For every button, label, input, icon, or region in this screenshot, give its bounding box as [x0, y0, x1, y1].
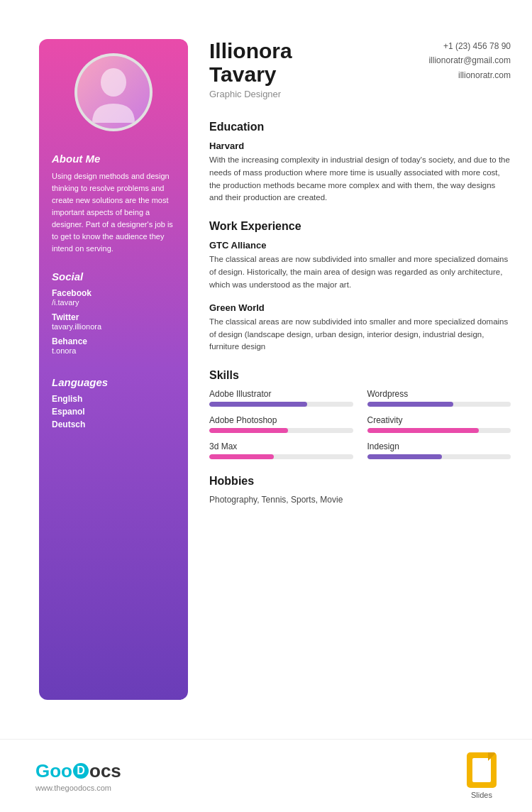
skill-wordpress-bar-bg [367, 402, 511, 407]
work-experience-section: Work Experience GTC Alliance The classic… [209, 220, 511, 353]
skill-3dmax: 3d Max [209, 441, 353, 459]
name-block: Illionora Tavary Graphic Designer [209, 39, 292, 99]
skills-grid: Adobe Illustrator Wordpress Adobe Photos… [209, 389, 511, 459]
social-twitter: Twitter tavary.illionora [52, 312, 175, 331]
behance-label: Behance [52, 336, 175, 346]
social-section: Social Facebook /i.tavary Twitter tavary… [52, 270, 175, 361]
skill-creativity-bar-bg [367, 428, 511, 433]
skill-photoshop-label: Adobe Photoshop [209, 415, 353, 425]
main-content: Illionora Tavary Graphic Designer +1 (23… [209, 39, 511, 700]
education-title: Education [209, 121, 511, 133]
social-facebook: Facebook /i.tavary [52, 288, 175, 307]
hobbies-text: Photography, Tennis, Sports, Movie [209, 495, 511, 505]
avatar-image [77, 56, 150, 128]
full-name: Illionora Tavary [209, 39, 292, 86]
footer: GooDocs www.thegoodocs.com Slides [0, 739, 532, 812]
gtc-description: The classical areas are now subdivided i… [209, 253, 511, 291]
twitter-handle: tavary.illionora [52, 322, 175, 331]
job-title: Graphic Designer [209, 89, 292, 99]
language-english: English [52, 394, 175, 404]
facebook-label: Facebook [52, 288, 175, 298]
svg-point-0 [101, 68, 126, 97]
skill-illustrator-label: Adobe Illustrator [209, 389, 353, 399]
slides-icon-area: Slides [467, 752, 497, 799]
language-deutsch: Deutsch [52, 419, 175, 429]
skill-wordpress-bar-fill [367, 402, 454, 407]
skill-photoshop-bar-bg [209, 428, 353, 433]
avatar [74, 53, 153, 131]
skill-wordpress: Wordpress [367, 389, 511, 407]
hobbies-section: Hobbies Photography, Tennis, Sports, Mov… [209, 475, 511, 505]
about-section: About Me Using design methods and design… [52, 153, 175, 255]
company-gtc: GTC Alliance [209, 240, 511, 251]
about-title: About Me [52, 153, 175, 165]
slides-inner [472, 758, 491, 782]
social-behance: Behance t.onora [52, 336, 175, 355]
education-section: Education Harvard With the increasing co… [209, 121, 511, 204]
email: illionoratr@gmail.com [428, 53, 511, 67]
skill-photoshop: Adobe Photoshop [209, 415, 353, 433]
skill-3dmax-bar-bg [209, 454, 353, 459]
logo: GooDocs [35, 760, 121, 782]
skill-photoshop-bar-fill [209, 428, 288, 433]
skill-3dmax-bar-fill [209, 454, 274, 459]
footer-logo-area: GooDocs www.thegoodocs.com [35, 760, 121, 792]
phone: +1 (23) 456 78 90 [428, 39, 511, 53]
first-name: Illionora [209, 39, 292, 62]
slides-icon [467, 752, 497, 788]
name-header: Illionora Tavary Graphic Designer +1 (23… [209, 39, 511, 99]
skill-illustrator-bar-bg [209, 402, 353, 407]
about-text: Using design methods and design thinking… [52, 170, 175, 255]
skill-illustrator: Adobe Illustrator [209, 389, 353, 407]
website: illionoratr.com [428, 68, 511, 82]
sidebar: About Me Using design methods and design… [39, 39, 188, 700]
skill-indesign-bar-bg [367, 454, 511, 459]
skill-indesign-bar-fill [367, 454, 442, 459]
contact-block: +1 (23) 456 78 90 illionoratr@gmail.com … [428, 39, 511, 82]
language-espanol: Espanol [52, 407, 175, 417]
work-item-greenworld: Green World The classical areas are now … [209, 302, 511, 353]
languages-title: Languages [52, 376, 175, 388]
social-title: Social [52, 270, 175, 282]
work-experience-title: Work Experience [209, 220, 511, 233]
skills-section: Skills Adobe Illustrator Wordpress [209, 369, 511, 459]
school-name: Harvard [209, 141, 511, 151]
skills-title: Skills [209, 369, 511, 382]
page: About Me Using design methods and design… [0, 0, 532, 812]
logo-ocs: ocs [89, 760, 121, 782]
facebook-handle: /i.tavary [52, 298, 175, 307]
footer-url: www.thegoodocs.com [35, 784, 121, 792]
skill-illustrator-bar-fill [209, 402, 307, 407]
skill-3dmax-label: 3d Max [209, 441, 353, 451]
greenworld-description: The classical areas are now subdivided i… [209, 316, 511, 353]
skill-indesign: Indesign [367, 441, 511, 459]
logo-d-circle: D [73, 763, 89, 779]
skill-creativity-label: Creativity [367, 415, 511, 425]
education-description: With the increasing complexity in indust… [209, 154, 511, 204]
skill-wordpress-label: Wordpress [367, 389, 511, 399]
last-name: Tavary [209, 62, 277, 86]
hobbies-title: Hobbies [209, 475, 511, 488]
skill-creativity-bar-fill [367, 428, 480, 433]
work-item-gtc: GTC Alliance The classical areas are now… [209, 240, 511, 291]
behance-handle: t.onora [52, 346, 175, 355]
twitter-label: Twitter [52, 312, 175, 322]
languages-section: Languages English Espanol Deutsch [52, 376, 175, 432]
skill-indesign-label: Indesign [367, 441, 511, 451]
company-greenworld: Green World [209, 302, 511, 313]
logo-goo: Goo [35, 760, 72, 782]
skill-creativity: Creativity [367, 415, 511, 433]
slides-label: Slides [471, 791, 492, 799]
resume-container: About Me Using design methods and design… [0, 0, 532, 739]
